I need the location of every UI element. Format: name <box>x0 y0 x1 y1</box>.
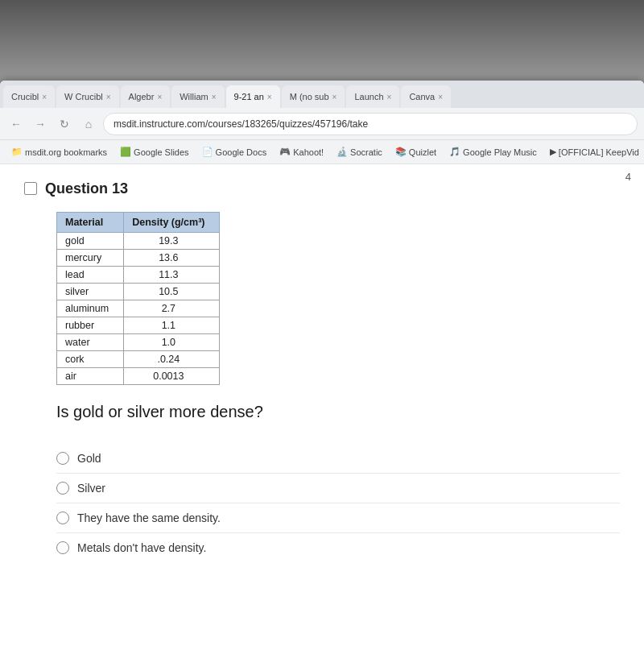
table-cell-material: aluminum <box>57 300 124 317</box>
table-cell-material: gold <box>57 233 124 250</box>
browser-tab-tab-7[interactable]: Launch× <box>346 85 399 108</box>
answer-option-opt-no-density[interactable]: Metals don't have density. <box>56 533 620 562</box>
radio-button[interactable] <box>56 511 69 524</box>
docs-icon: 📄 <box>202 147 213 157</box>
table-row: mercury13.6 <box>57 250 220 267</box>
table-cell-density: 13.6 <box>124 250 220 267</box>
table-row: cork.0.24 <box>57 351 220 368</box>
question-title: Question 13 <box>45 180 128 197</box>
question-text: Is gold or silver more dense? <box>56 403 620 421</box>
answer-label: They have the same density. <box>77 511 221 524</box>
table-header-density: Density (g/cm³) <box>124 213 220 233</box>
music-icon: 🎵 <box>449 147 460 157</box>
browser-tab-tab-8[interactable]: Canva× <box>401 85 451 108</box>
table-row: air0.0013 <box>57 368 220 385</box>
page-number: 4 <box>625 171 631 183</box>
table-cell-density: 10.5 <box>124 284 220 300</box>
table-cell-material: cork <box>57 351 124 368</box>
table-cell-density: 11.3 <box>124 267 220 284</box>
bookmark-label: Kahoot! <box>293 147 324 157</box>
table-row: silver10.5 <box>57 284 220 300</box>
kahoot-icon: 🎮 <box>279 147 291 157</box>
table-cell-material: lead <box>57 267 124 284</box>
density-table: Material Density (g/cm³) gold19.3mercury… <box>56 212 220 385</box>
socratic-icon: 🔬 <box>336 147 348 157</box>
table-cell-density: 1.0 <box>124 334 220 351</box>
forward-button[interactable]: → <box>31 114 50 134</box>
answer-label: Metals don't have density. <box>77 541 206 554</box>
bookmark-docs[interactable]: 📄Google Docs <box>197 145 272 159</box>
bookmark-socratic[interactable]: 🔬Socratic <box>332 145 387 159</box>
browser-tab-tab-3[interactable]: Algebr× <box>121 85 171 108</box>
address-input[interactable] <box>103 113 638 135</box>
answer-label: Gold <box>77 452 101 465</box>
bookmark-music[interactable]: 🎵Google Play Music <box>444 145 542 159</box>
bookmark-keep[interactable]: ▶[OFFICIAL] KeepVid <box>545 145 644 159</box>
browser-tab-tab-5[interactable]: 9-21 an× <box>226 85 280 108</box>
table-row: aluminum2.7 <box>57 300 220 317</box>
quizlet-icon: 📚 <box>395 147 407 157</box>
tab-bar: Crucibl×W Crucibl×Algebr×William×9-21 an… <box>0 81 644 108</box>
bookmark-folder[interactable]: 📁msdit.org bookmarks <box>6 145 112 159</box>
radio-button[interactable] <box>56 541 69 554</box>
bookmark-kahoot[interactable]: 🎮Kahoot! <box>275 145 328 159</box>
browser-tab-tab-4[interactable]: William× <box>171 85 224 108</box>
answer-label: Silver <box>77 482 105 495</box>
bookmark-label: Socratic <box>350 147 382 157</box>
slides-icon: 🟩 <box>120 147 131 157</box>
keep-icon: ▶ <box>550 147 556 157</box>
table-cell-density: 19.3 <box>124 233 220 250</box>
browser-tab-tab-1[interactable]: Crucibl× <box>3 85 55 108</box>
folder-icon: 📁 <box>11 147 23 157</box>
browser-tab-tab-6[interactable]: M (no sub× <box>282 85 345 108</box>
back-button[interactable]: ← <box>6 114 26 134</box>
answer-options: GoldSilverThey have the same density.Met… <box>56 444 620 562</box>
bookmark-label: Google Slides <box>134 147 189 157</box>
radio-button[interactable] <box>56 482 69 495</box>
table-header-material: Material <box>57 213 124 233</box>
browser-window: Crucibl×W Crucibl×Algebr×William×9-21 an… <box>0 81 644 646</box>
table-cell-density: 2.7 <box>124 300 220 317</box>
table-cell-material: mercury <box>57 250 124 267</box>
answer-option-opt-gold[interactable]: Gold <box>56 444 620 474</box>
table-row: gold19.3 <box>57 233 220 250</box>
answer-option-opt-same[interactable]: They have the same density. <box>56 503 620 533</box>
bookmark-label: Quizlet <box>409 147 436 157</box>
home-button[interactable]: ⌂ <box>79 114 98 134</box>
table-cell-density: 1.1 <box>124 317 220 334</box>
table-cell-material: silver <box>57 284 124 300</box>
table-cell-density: 0.0013 <box>124 368 220 385</box>
bookmark-label: [OFFICIAL] KeepVid <box>559 147 639 157</box>
table-cell-density: .0.24 <box>124 351 220 368</box>
table-row: rubber1.1 <box>57 317 220 334</box>
address-bar: ← → ↻ ⌂ <box>0 108 644 140</box>
table-row: lead11.3 <box>57 267 220 284</box>
question-header: Question 13 <box>24 180 620 197</box>
table-cell-material: rubber <box>57 317 124 334</box>
page-content: 4 Question 13 Material Density (g/cm³) g… <box>0 164 644 646</box>
bookmark-slides[interactable]: 🟩Google Slides <box>115 145 194 159</box>
bookmarks-bar: 📁msdit.org bookmarks🟩Google Slides📄Googl… <box>0 140 644 164</box>
bookmark-quizlet[interactable]: 📚Quizlet <box>390 145 441 159</box>
answer-option-opt-silver[interactable]: Silver <box>56 474 620 503</box>
table-cell-material: air <box>57 368 124 385</box>
bookmark-label: msdit.org bookmarks <box>25 147 107 157</box>
browser-tab-tab-2[interactable]: W Crucibl× <box>56 85 119 108</box>
bookmark-label: Google Play Music <box>463 147 537 157</box>
table-row: water1.0 <box>57 334 220 351</box>
table-cell-material: water <box>57 334 124 351</box>
reload-button[interactable]: ↻ <box>55 114 74 134</box>
question-checkbox[interactable] <box>24 182 37 195</box>
radio-button[interactable] <box>56 452 69 465</box>
bookmark-label: Google Docs <box>216 147 267 157</box>
